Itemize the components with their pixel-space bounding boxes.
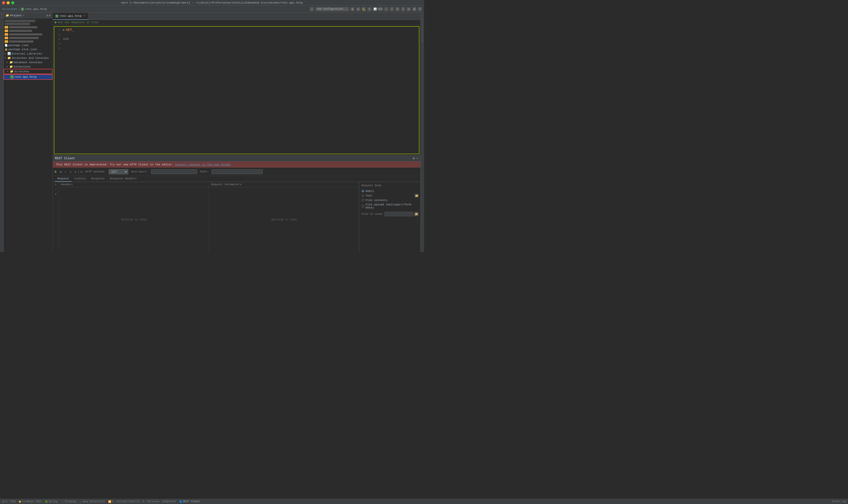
rest-client-panel: REST Client ⚙ − This REST Client is depr… (53, 155, 420, 252)
radio-empty[interactable]: Empty (361, 190, 418, 193)
project-file-1[interactable] (4, 19, 53, 22)
undo-icon[interactable]: ↩ (401, 7, 405, 11)
sidebar-item-rest-api-http[interactable]: H rest-api.http (4, 74, 53, 80)
run-all-requests-button[interactable]: Run All Requests in File (55, 21, 98, 24)
sidebar-item-package-json[interactable]: 📄 package.json (4, 43, 53, 48)
code-content[interactable]: ▶ GET _ ### (62, 28, 419, 152)
radio-file-contents[interactable]: File contents (361, 199, 418, 202)
line-num-3: 3 (54, 37, 60, 41)
scratches-arrow: ▼ (7, 70, 9, 73)
git-check-icon[interactable]: ✓ (384, 7, 388, 11)
http-method-select[interactable]: GET POST PUT DELETE (109, 169, 128, 174)
tab-close-button[interactable]: × (83, 15, 86, 18)
window-controls[interactable] (2, 1, 14, 4)
radio-text[interactable]: Text 📂 (361, 194, 418, 197)
run-line-icon[interactable]: ▶ (63, 28, 65, 32)
project-file-5[interactable] (4, 33, 53, 36)
add-config-button[interactable]: Add Configuration... (315, 7, 349, 11)
radio-label-file-contents: File contents (366, 199, 388, 202)
package-lock-label: package-lock.json (8, 48, 37, 51)
sidebar-item-scratches[interactable]: ▼ 📁 Scratches (4, 69, 53, 74)
misc-icon-3[interactable]: ✕ (81, 170, 82, 174)
run-icon[interactable]: ▶ (351, 7, 355, 11)
scratches-consoles-icon: 📁 (7, 56, 11, 60)
coverage-icon[interactable]: ☂ (367, 7, 371, 11)
rest-tab-response[interactable]: Response (88, 176, 107, 182)
sidebar-item-database-consoles[interactable]: ▶ 📁 Database Consoles (4, 60, 53, 65)
activity-learn[interactable]: L (0, 16, 3, 17)
misc-icon-1[interactable]: ⤢ (74, 170, 77, 174)
sidebar-item-extensions[interactable]: ▶ 📁 Extensions (4, 65, 53, 69)
line-num-5: 5 (54, 46, 60, 51)
profile-icon[interactable]: 📊 (373, 7, 377, 11)
minus-icon[interactable]: − (55, 187, 57, 191)
text-browse-icon[interactable]: 📂 (415, 194, 418, 197)
sidebar-item-package-lock-json[interactable]: 🔒 package-lock.json (4, 48, 53, 52)
convert-link[interactable]: Convert request to the new format (175, 163, 231, 166)
rest-settings-icon[interactable]: ⚙ (413, 157, 414, 160)
activity-project[interactable]: P (0, 14, 3, 15)
file-color-indicator-3 (5, 26, 8, 29)
file-to-send-input[interactable] (385, 212, 413, 216)
external-link-icon[interactable]: ↗ (70, 170, 71, 174)
rest-run-icon[interactable] (55, 170, 57, 173)
sidebar-item-scratches-and-consoles[interactable]: ▼ 📁 Scratches and Consoles (4, 56, 53, 60)
scratches-link[interactable]: Scratches (2, 8, 17, 11)
project-file-3[interactable] (4, 25, 53, 29)
settings-gear-icon[interactable]: ⚙ (49, 14, 51, 17)
activity-structure[interactable]: S (0, 17, 3, 19)
history-icon[interactable]: ⏱ (395, 7, 400, 11)
db-consoles-label: Database Consoles (14, 61, 42, 64)
plus-icon[interactable]: + (55, 183, 57, 186)
radio-label-empty: Empty (366, 190, 374, 193)
right-sidebar-web[interactable]: Web (421, 39, 424, 43)
rest-minimize-icon[interactable]: − (416, 157, 418, 160)
path-input[interactable] (212, 169, 263, 174)
misc-icon-2[interactable]: ↕ (78, 170, 80, 173)
file-link[interactable]: rest-api.http (25, 8, 47, 11)
package-json-icon: 📄 (5, 44, 8, 47)
project-file-4[interactable] (4, 29, 53, 33)
project-file-2[interactable] (4, 22, 53, 25)
radio-file-upload[interactable]: File upload (multipart/form-data) (361, 203, 418, 209)
rest-client-title: REST Client (55, 157, 75, 160)
radio-circle-empty (361, 190, 364, 192)
project-file-6[interactable] (4, 36, 53, 40)
refresh-icon[interactable]: ↻ (60, 170, 62, 174)
minimize-button[interactable] (7, 1, 10, 4)
get-keyword: GET (66, 28, 72, 32)
project-dropdown-icon[interactable]: ▾ (23, 14, 24, 17)
collapse-all-icon[interactable]: ⊟ (47, 14, 48, 17)
rest-sections: Headers Nothing to show Request Paramete… (59, 182, 420, 252)
settings-icon[interactable]: ☰ (412, 7, 416, 11)
right-sidebar-favorites[interactable]: Favorites (421, 26, 424, 38)
rest-tab-request[interactable]: Request (55, 176, 72, 182)
right-sidebar-structure[interactable]: Structure (421, 14, 424, 26)
radio-dot-empty (362, 191, 364, 192)
breadcrumb-sep: › (18, 8, 20, 11)
project-file-7[interactable] (4, 40, 53, 43)
build-icon[interactable]: ⚙ (356, 7, 360, 11)
hash-comment: ### (63, 37, 69, 41)
file-browse-button[interactable]: 📂 (414, 212, 418, 216)
radio-circle-file-upload (361, 205, 364, 208)
deprecation-banner: This REST Client is deprecated. Try our … (53, 162, 420, 168)
scratches-consoles-label: Scratches and Consoles (12, 57, 49, 60)
code-editor[interactable]: 1 2 3 4 5 ▶ GET _ ### (54, 26, 419, 154)
close-left-icon[interactable]: ✕ (55, 192, 57, 196)
host-port-input[interactable] (151, 169, 197, 174)
rest-tab-response-headers[interactable]: Response Headers (107, 176, 139, 182)
back-icon[interactable]: ← (65, 170, 67, 174)
layouts-icon[interactable]: ⊟ (407, 7, 411, 11)
maximize-button[interactable] (11, 1, 14, 4)
editor-tab-rest-api-http[interactable]: H rest-api.http × (53, 13, 89, 20)
close-button[interactable] (2, 1, 5, 4)
rest-panel-header: REST Client ⚙ − (53, 156, 420, 162)
title-bar: epro [~/Documents/projects/viewhigh/epro… (0, 0, 424, 6)
rest-tab-cookies[interactable]: Cookies (72, 176, 88, 182)
git-status-icon[interactable]: ✓ (390, 7, 394, 11)
help-icon[interactable]: ? (418, 7, 422, 11)
git-icon[interactable]: Git: (378, 7, 383, 11)
debug-icon[interactable]: 🐛 (362, 7, 366, 11)
sidebar-item-external-libraries[interactable]: ▶ 📊 External Libraries (4, 52, 53, 56)
